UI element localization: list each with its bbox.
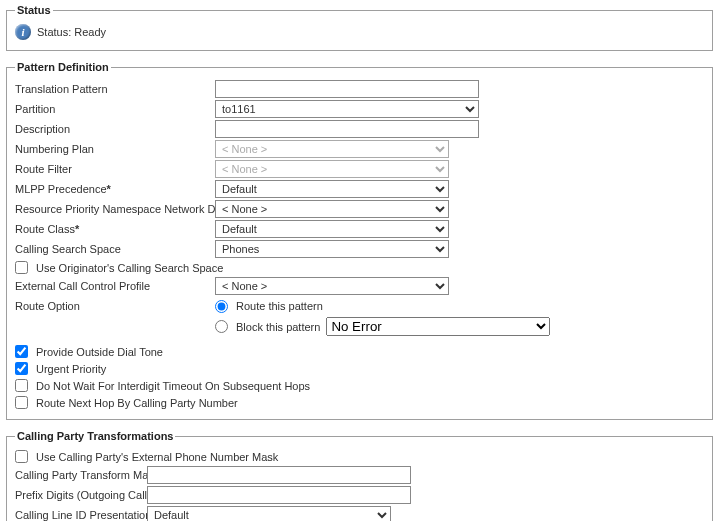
route-class-label: Route Class* [15, 223, 215, 235]
pattern-definition-fieldset: Pattern Definition Translation Pattern P… [6, 61, 713, 420]
prefix-digits-label: Prefix Digits (Outgoing Calls) [15, 489, 147, 501]
prefix-digits-input[interactable] [147, 486, 411, 504]
route-next-hop-label: Route Next Hop By Calling Party Number [36, 397, 238, 409]
rpnnd-select[interactable]: < None > [215, 200, 449, 218]
route-this-pattern-label: Route this pattern [236, 300, 323, 312]
mlpp-precedence-label: MLPP Precedence* [15, 183, 215, 195]
transform-mask-input[interactable] [147, 466, 411, 484]
use-originator-css-label: Use Originator's Calling Search Space [36, 262, 223, 274]
route-class-select[interactable]: Default [215, 220, 449, 238]
description-input[interactable] [215, 120, 479, 138]
use-external-mask-label: Use Calling Party's External Phone Numbe… [36, 451, 278, 463]
calling-search-space-select[interactable]: Phones [215, 240, 449, 258]
line-id-presentation-label: Calling Line ID Presentation* [15, 509, 147, 521]
route-filter-label: Route Filter [15, 163, 215, 175]
route-this-pattern-radio[interactable] [215, 300, 228, 313]
line-id-presentation-select[interactable]: Default [147, 506, 391, 521]
translation-pattern-input[interactable] [215, 80, 479, 98]
urgent-priority-checkbox[interactable] [15, 362, 28, 375]
pattern-definition-legend: Pattern Definition [15, 61, 111, 73]
external-call-control-profile-select[interactable]: < None > [215, 277, 449, 295]
numbering-plan-select: < None > [215, 140, 449, 158]
provide-outside-dial-tone-checkbox[interactable] [15, 345, 28, 358]
calling-party-transformations-fieldset: Calling Party Transformations Use Callin… [6, 430, 713, 521]
external-call-control-profile-label: External Call Control Profile [15, 280, 215, 292]
numbering-plan-label: Numbering Plan [15, 143, 215, 155]
route-option-label: Route Option [15, 300, 215, 312]
block-this-pattern-label: Block this pattern [236, 321, 320, 333]
translation-pattern-label: Translation Pattern [15, 83, 215, 95]
status-legend: Status [15, 4, 53, 16]
urgent-priority-label: Urgent Priority [36, 363, 106, 375]
rpnnd-label: Resource Priority Namespace Network Doma… [15, 203, 215, 215]
status-fieldset: Status i Status: Ready [6, 4, 713, 51]
calling-search-space-label: Calling Search Space [15, 243, 215, 255]
block-reason-select[interactable]: No Error [326, 317, 550, 336]
info-icon: i [15, 24, 31, 40]
mlpp-precedence-select[interactable]: Default [215, 180, 449, 198]
provide-outside-dial-tone-label: Provide Outside Dial Tone [36, 346, 163, 358]
route-filter-select: < None > [215, 160, 449, 178]
block-this-pattern-radio[interactable] [215, 320, 228, 333]
no-wait-interdigit-checkbox[interactable] [15, 379, 28, 392]
status-text: Status: Ready [37, 26, 106, 38]
cpt-legend: Calling Party Transformations [15, 430, 175, 442]
use-external-mask-checkbox[interactable] [15, 450, 28, 463]
transform-mask-label: Calling Party Transform Mask [15, 469, 147, 481]
partition-label: Partition [15, 103, 215, 115]
route-next-hop-checkbox[interactable] [15, 396, 28, 409]
description-label: Description [15, 123, 215, 135]
use-originator-css-checkbox[interactable] [15, 261, 28, 274]
partition-select[interactable]: to1161 [215, 100, 479, 118]
no-wait-interdigit-label: Do Not Wait For Interdigit Timeout On Su… [36, 380, 310, 392]
